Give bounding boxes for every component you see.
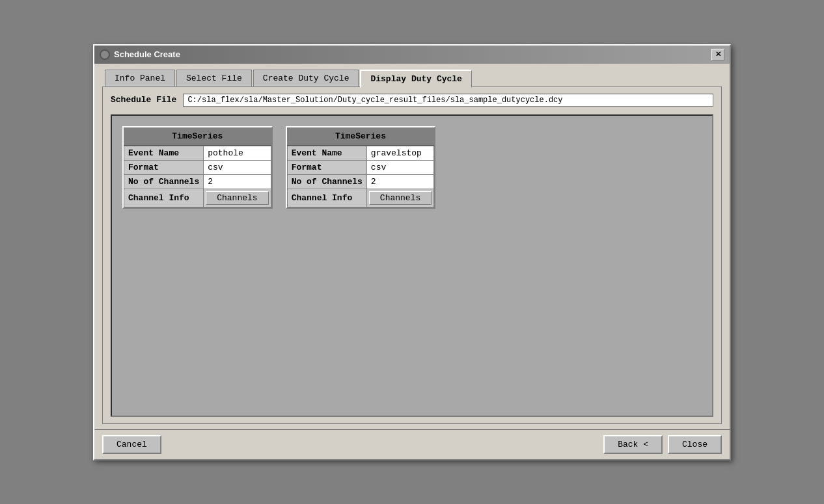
dialog-window: Schedule Create ✕ Info Panel Select File… <box>93 44 731 460</box>
tab-create-duty-cycle[interactable]: Create Duty Cycle <box>253 70 359 88</box>
timeseries-header-1: TimeSeries <box>124 127 271 146</box>
main-area: TimeSeries Event Name pothole Format csv… <box>111 114 713 417</box>
timeseries-card-2: TimeSeries Event Name gravelstop Format … <box>286 126 436 209</box>
row-value: csv <box>366 160 433 174</box>
back-button[interactable]: Back < <box>603 435 663 454</box>
row-label: Event Name <box>124 146 204 160</box>
row-value: 2 <box>204 174 271 189</box>
timeseries-header-2: TimeSeries <box>287 127 435 146</box>
row-value: gravelstop <box>366 146 433 160</box>
tab-panel-display-duty-cycle: Schedule File C:/sla_flex/sla/Master_Sol… <box>102 86 722 424</box>
timeseries-table-1: Event Name pothole Format csv No of Chan… <box>124 146 271 207</box>
channels-button-2[interactable]: Channels <box>369 191 432 205</box>
tab-select-file[interactable]: Select File <box>176 70 252 88</box>
bottom-bar: Cancel Back < Close <box>94 429 730 459</box>
row-label: No of Channels <box>287 174 366 189</box>
schedule-file-row: Schedule File C:/sla_flex/sla/Master_Sol… <box>111 94 713 107</box>
row-label: Format <box>287 160 366 174</box>
close-button-bottom[interactable]: Close <box>668 435 722 454</box>
timeseries-card-1: TimeSeries Event Name pothole Format csv… <box>122 126 273 209</box>
channel-info-cell-2: Channels <box>366 189 433 207</box>
row-label: Channel Info <box>124 189 204 207</box>
table-row: Format csv <box>287 160 434 174</box>
window-icon <box>100 49 110 60</box>
close-button[interactable]: ✕ <box>711 49 724 60</box>
row-label: No of Channels <box>124 174 204 189</box>
bottom-right: Back < Close <box>603 435 722 454</box>
channels-button-1[interactable]: Channels <box>206 191 268 205</box>
table-row: Event Name pothole <box>124 146 271 160</box>
tab-bar: Info Panel Select File Create Duty Cycle… <box>102 69 722 87</box>
cancel-button[interactable]: Cancel <box>102 435 161 454</box>
table-row: Event Name gravelstop <box>287 146 434 160</box>
table-row: No of Channels 2 <box>287 174 434 189</box>
row-label: Event Name <box>287 146 366 160</box>
table-row: Format csv <box>124 160 271 174</box>
table-row: Channel Info Channels <box>124 189 271 207</box>
row-value: csv <box>204 160 271 174</box>
table-row: Channel Info Channels <box>287 189 434 207</box>
title-bar: Schedule Create ✕ <box>94 46 730 64</box>
row-value: 2 <box>366 174 433 189</box>
tab-info-panel[interactable]: Info Panel <box>105 70 175 88</box>
dialog-content: Info Panel Select File Create Duty Cycle… <box>94 64 730 429</box>
tab-display-duty-cycle[interactable]: Display Duty Cycle <box>360 70 471 88</box>
row-label: Format <box>124 160 204 174</box>
channel-info-cell-1: Channels <box>204 189 271 207</box>
schedule-file-value: C:/sla_flex/sla/Master_Solution/Duty_cyc… <box>183 94 713 107</box>
timeseries-table-2: Event Name gravelstop Format csv No of C… <box>287 146 435 207</box>
schedule-file-label: Schedule File <box>111 95 176 105</box>
row-label: Channel Info <box>287 189 366 207</box>
window-title: Schedule Create <box>114 49 180 59</box>
row-value: pothole <box>204 146 271 160</box>
table-row: No of Channels 2 <box>124 174 271 189</box>
title-bar-left: Schedule Create <box>100 49 180 60</box>
